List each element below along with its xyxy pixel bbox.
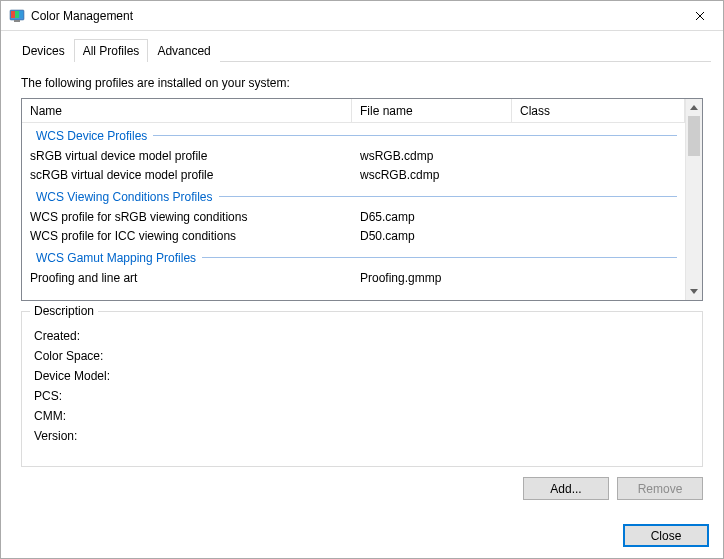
window-title: Color Management xyxy=(31,9,677,23)
cell-file: Proofing.gmmp xyxy=(352,271,512,285)
scroll-up-button[interactable] xyxy=(686,99,702,116)
desc-version: Version: xyxy=(34,426,690,446)
group-header[interactable]: WCS Gamut Mapping Profiles xyxy=(22,247,685,268)
cell-name: sRGB virtual device model profile xyxy=(22,149,352,163)
cell-name: WCS profile for ICC viewing conditions xyxy=(22,229,352,243)
group-divider xyxy=(153,135,677,136)
group-label: WCS Device Profiles xyxy=(36,129,153,143)
scroll-down-button[interactable] xyxy=(686,283,702,300)
desc-cmm: CMM: xyxy=(34,406,690,426)
profile-buttons: Add... Remove xyxy=(21,477,703,500)
window-close-button[interactable] xyxy=(677,1,723,31)
cell-name: WCS profile for sRGB viewing conditions xyxy=(22,210,352,224)
desc-pcs: PCS: xyxy=(34,386,690,406)
cell-name: scRGB virtual device model profile xyxy=(22,168,352,182)
description-legend: Description xyxy=(30,304,98,318)
tab-all-profiles[interactable]: All Profiles xyxy=(74,39,149,62)
desc-device-model: Device Model: xyxy=(34,366,690,386)
titlebar: Color Management xyxy=(1,1,723,31)
tab-strip: Devices All Profiles Advanced xyxy=(13,39,711,62)
tab-devices[interactable]: Devices xyxy=(13,39,74,62)
group-label: WCS Gamut Mapping Profiles xyxy=(36,251,202,265)
desc-color-space: Color Space: xyxy=(34,346,690,366)
desc-created: Created: xyxy=(34,326,690,346)
group-label: WCS Viewing Conditions Profiles xyxy=(36,190,219,204)
svg-rect-4 xyxy=(19,11,23,18)
group-header[interactable]: WCS Viewing Conditions Profiles xyxy=(22,186,685,207)
content-area: Devices All Profiles Advanced The follow… xyxy=(1,31,723,512)
dialog-footer: Close xyxy=(1,512,723,559)
svg-rect-5 xyxy=(14,20,20,22)
description-group: Description Created: Color Space: Device… xyxy=(21,311,703,467)
scrollbar-vertical[interactable] xyxy=(685,99,702,300)
group-header[interactable]: WCS Device Profiles xyxy=(22,125,685,146)
column-header-file[interactable]: File name xyxy=(352,99,512,122)
intro-text: The following profiles are installed on … xyxy=(21,76,703,90)
add-button[interactable]: Add... xyxy=(523,477,609,500)
app-icon xyxy=(9,8,25,24)
table-row[interactable]: Proofing and line artProofing.gmmp xyxy=(22,268,685,287)
remove-button[interactable]: Remove xyxy=(617,477,703,500)
svg-rect-3 xyxy=(15,11,19,18)
group-divider xyxy=(202,257,677,258)
profile-list[interactable]: Name File name Class WCS Device Profiles… xyxy=(21,98,703,301)
profile-list-inner: Name File name Class WCS Device Profiles… xyxy=(22,99,685,300)
cell-file: wscRGB.cdmp xyxy=(352,168,512,182)
cell-file: D65.camp xyxy=(352,210,512,224)
scroll-track[interactable] xyxy=(686,116,702,283)
close-button[interactable]: Close xyxy=(623,524,709,547)
table-row[interactable]: scRGB virtual device model profilewscRGB… xyxy=(22,165,685,184)
tab-advanced[interactable]: Advanced xyxy=(148,39,219,62)
column-headers: Name File name Class xyxy=(22,99,685,123)
svg-rect-2 xyxy=(11,11,15,18)
cell-file: D50.camp xyxy=(352,229,512,243)
scroll-thumb[interactable] xyxy=(688,116,700,156)
column-header-class[interactable]: Class xyxy=(512,99,685,122)
group-divider xyxy=(219,196,677,197)
cell-name: Proofing and line art xyxy=(22,271,352,285)
table-row[interactable]: WCS profile for ICC viewing conditionsD5… xyxy=(22,226,685,245)
column-header-name[interactable]: Name xyxy=(22,99,352,122)
profile-rows: WCS Device ProfilessRGB virtual device m… xyxy=(22,125,685,287)
table-row[interactable]: sRGB virtual device model profilewsRGB.c… xyxy=(22,146,685,165)
table-row[interactable]: WCS profile for sRGB viewing conditionsD… xyxy=(22,207,685,226)
cell-file: wsRGB.cdmp xyxy=(352,149,512,163)
tab-body: The following profiles are installed on … xyxy=(13,61,711,500)
